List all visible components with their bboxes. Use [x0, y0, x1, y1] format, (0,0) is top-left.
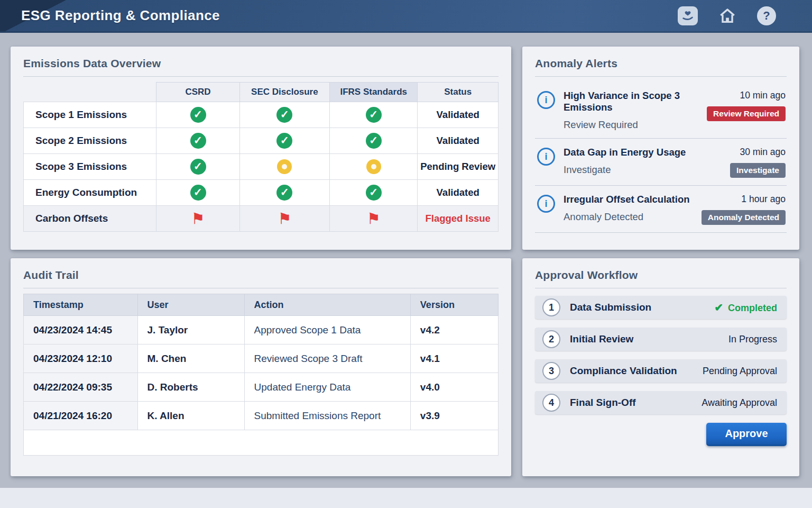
audit-table: Timestamp User Action Version 04/23/2024… — [23, 294, 499, 456]
alert-timestamp: 30 min ago — [730, 147, 786, 158]
row-label: Scope 1 Emissions — [24, 102, 156, 128]
workflow-step-3: 3 Compliance Validation Pending Approval — [535, 359, 787, 383]
anomaly-alerts-panel: Anomaly Alerts i High Variance in Scope … — [522, 47, 799, 250]
user-cell: D. Roberts — [137, 373, 244, 402]
info-icon: i — [537, 148, 555, 166]
alert-badge[interactable]: Investigate — [730, 163, 786, 178]
check-icon — [366, 107, 382, 123]
version-cell: v4.0 — [410, 373, 498, 402]
action-cell: Reviewed Scope 3 Draft — [244, 344, 410, 373]
workflow-steps: 1 Data Submission Completed 2 Initial Re… — [535, 296, 787, 414]
timestamp-cell: 04/22/2024 09:35 — [24, 373, 138, 402]
left-column: Emissions Data Overview CSRD SEC Disclos… — [11, 47, 511, 476]
action-cell: Updated Energy Data — [244, 373, 410, 402]
empty-cell — [24, 430, 499, 456]
step-status: Pending Approval — [703, 366, 777, 377]
table-row: Scope 1 Emissions Validated — [24, 102, 499, 128]
column-header-blank — [24, 83, 156, 102]
workflow-panel-title: Approval Workflow — [535, 269, 787, 282]
home-icon[interactable] — [718, 7, 737, 25]
ifrs-cell — [330, 180, 418, 206]
row-label: Energy Consumption — [24, 180, 156, 206]
column-header-action: Action — [244, 294, 410, 316]
alert-text: High Variance in Scope 3 Emissions Revie… — [564, 90, 707, 131]
table-row: 04/22/2024 09:35 D. Roberts Updated Ener… — [24, 373, 499, 402]
table-row: 04/23/2024 12:10 M. Chen Reviewed Scope … — [24, 344, 499, 373]
right-column: Anomaly Alerts i High Variance in Scope … — [522, 47, 799, 476]
workflow-step-1: 1 Data Submission Completed — [535, 296, 787, 319]
approve-button-row: Approve — [535, 423, 787, 446]
sec-cell — [239, 206, 330, 232]
step-number: 3 — [542, 362, 560, 380]
csrd-cell — [156, 128, 239, 154]
column-header-csrd: CSRD — [156, 83, 239, 102]
alert-subtitle: Investigate — [564, 164, 730, 176]
alert-title: Irregular Offset Calculation — [564, 194, 702, 205]
step-number: 1 — [542, 298, 560, 316]
status-cell: Validated — [418, 128, 499, 154]
sec-cell — [239, 154, 330, 180]
step-number: 4 — [542, 394, 560, 412]
sec-cell — [239, 128, 330, 154]
check-icon — [190, 185, 206, 201]
approval-workflow-panel: Approval Workflow 1 Data Submission Comp… — [522, 258, 799, 476]
status-cell: Validated — [418, 102, 499, 128]
alert-badge[interactable]: Review Required — [707, 106, 786, 121]
column-header-user: User — [137, 294, 244, 316]
alert-title: High Variance in Scope 3 Emissions — [564, 90, 707, 113]
emissions-header-row: CSRD SEC Disclosure IFRS Standards Statu… — [24, 83, 499, 102]
check-icon — [190, 159, 206, 175]
audit-header-row: Timestamp User Action Version — [24, 294, 499, 316]
divider — [23, 76, 499, 77]
timestamp-cell: 04/23/2024 12:10 — [24, 344, 138, 373]
step-label: Compliance Validation — [570, 365, 703, 377]
hand-heart-icon[interactable] — [678, 6, 698, 25]
csrd-cell — [156, 180, 239, 206]
audit-panel-title: Audit Trail — [23, 269, 499, 282]
divider — [535, 288, 787, 288]
column-header-sec: SEC Disclosure — [239, 83, 330, 102]
step-label: Initial Review — [570, 333, 728, 345]
check-icon — [366, 185, 382, 201]
main-content: Emissions Data Overview CSRD SEC Disclos… — [0, 33, 812, 476]
sec-cell — [239, 102, 330, 128]
step-status: In Progress — [728, 334, 777, 345]
sec-cell — [239, 180, 330, 206]
pending-icon — [366, 159, 381, 174]
help-icon[interactable]: ? — [757, 6, 776, 25]
row-label: Scope 2 Emissions — [24, 128, 156, 154]
step-label: Final Sign-Off — [570, 397, 702, 409]
ifrs-cell — [330, 154, 418, 180]
table-row: 04/23/2024 14:45 J. Taylor Approved Scop… — [24, 316, 499, 344]
ifrs-cell — [330, 128, 418, 154]
user-cell: M. Chen — [137, 344, 244, 373]
step-number: 2 — [542, 330, 560, 348]
table-row: Scope 2 Emissions Validated — [24, 128, 499, 154]
app-header: ESG Reporting & Compliance ? — [0, 0, 812, 33]
step-label: Data Submission — [570, 302, 714, 313]
header-icon-group: ? — [678, 6, 793, 25]
table-row: 04/21/2024 16:20 K. Allen Submitted Emis… — [24, 402, 499, 430]
table-filler-row — [24, 430, 499, 456]
table-row: Scope 3 Emissions Pending Review — [24, 154, 499, 180]
pending-icon — [277, 159, 292, 174]
footer-strip — [0, 488, 812, 508]
check-icon — [366, 133, 382, 149]
approve-button[interactable]: Approve — [706, 423, 787, 446]
divider — [535, 76, 787, 77]
workflow-step-4: 4 Final Sign-Off Awaiting Approval — [535, 391, 787, 414]
alerts-panel-title: Anomaly Alerts — [535, 57, 787, 70]
csrd-cell — [156, 206, 239, 232]
check-icon — [276, 107, 292, 123]
alert-item: i High Variance in Scope 3 Emissions Rev… — [535, 82, 787, 139]
workflow-step-2: 2 Initial Review In Progress — [535, 328, 787, 351]
table-row: Energy Consumption Validated — [24, 180, 499, 206]
status-cell: Flagged Issue — [418, 206, 499, 232]
ifrs-cell — [330, 206, 418, 232]
alert-badge[interactable]: Anomaly Detected — [702, 210, 786, 225]
version-cell: v4.1 — [410, 344, 498, 373]
version-cell: v3.9 — [410, 402, 498, 430]
alert-subtitle: Anomaly Detected — [564, 211, 702, 223]
column-header-ifrs: IFRS Standards — [330, 83, 418, 102]
version-cell: v4.2 — [410, 316, 498, 344]
